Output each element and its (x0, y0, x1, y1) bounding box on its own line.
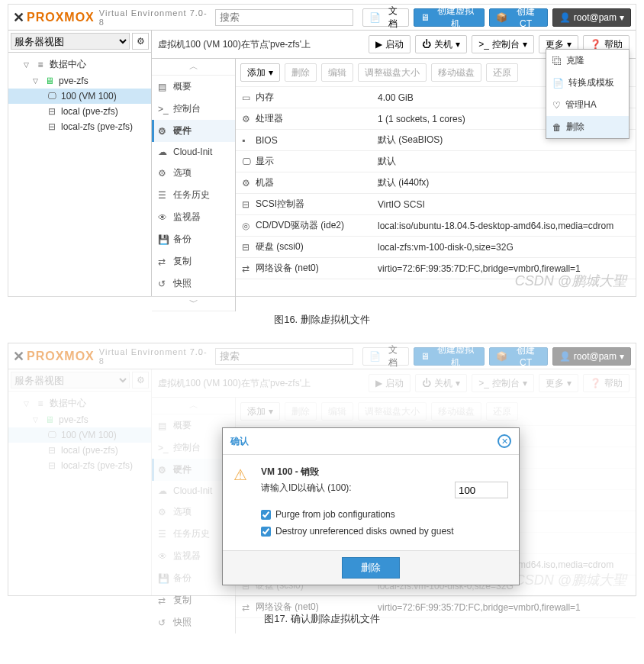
view-selector[interactable]: 服务器视图 (11, 33, 130, 50)
menu-delete[interactable]: 🗑删除 (546, 116, 629, 138)
delete-button[interactable]: 删除 (342, 557, 400, 579)
tab-snapshot[interactable]: ↺快照 (152, 611, 235, 633)
create-ct-button[interactable]: 📦创建CT (489, 347, 547, 366)
tab-summary[interactable]: ▤概要 (152, 76, 235, 98)
screenshot-2: ✕ PROXMOX Virtual Environment 7.0-8 📄文档 … (8, 343, 636, 596)
dialog-header: 确认 ✕ (223, 428, 519, 455)
tab-monitor[interactable]: 👁监视器 (152, 206, 235, 228)
hw-value: virtio=72:6F:99:35:7D:FC,bridge=vmbr0,fi… (378, 602, 630, 613)
resize-button[interactable]: 调整磁盘大小 (358, 63, 427, 82)
console-button[interactable]: >_控制台▾ (472, 35, 534, 53)
dialog-footer: 删除 (223, 550, 519, 585)
monitor-icon: 🖥 (420, 12, 430, 23)
tree-storage-local[interactable]: ⊟local (pve-zfs) (8, 104, 151, 119)
docs-button[interactable]: 📄文档 (362, 347, 409, 366)
tab-taskhistory[interactable]: ☰任务历史 (152, 184, 235, 206)
dialog-heading: VM 100 - 销毁 (261, 466, 508, 479)
cloud-icon: ☁ (158, 147, 169, 157)
sync-icon: ⇄ (158, 256, 169, 267)
purge-checkbox[interactable] (261, 510, 271, 520)
edit-button[interactable]: 编辑 (321, 63, 353, 82)
close-button[interactable]: ✕ (497, 434, 511, 448)
tab-hardware[interactable]: ⚙硬件 (152, 120, 235, 142)
logo: ✕ PROXMOX Virtual Environment 7.0-8 (13, 8, 211, 27)
tab-replication[interactable]: ⇄复制 (152, 250, 235, 272)
hw-row[interactable]: ◎CD/DVD驱动器 (ide2)local:iso/ubuntu-18.04.… (236, 215, 636, 237)
tree-node[interactable]: ▽🖥pve-zfs (8, 73, 151, 89)
hw-key: SCSI控制器 (256, 198, 378, 211)
hw-key: 内存 (256, 91, 378, 104)
hw-row[interactable]: ⚙机器默认 (i440fx) (236, 172, 636, 194)
chevron-down-icon: ▾ (523, 39, 527, 50)
heart-icon: ♡ (552, 100, 561, 111)
shutdown-button[interactable]: ⏻关机▾ (415, 35, 467, 53)
create-vm-button[interactable]: 🖥创建虚拟机 (414, 347, 485, 366)
hw-row[interactable]: ⇄网络设备 (net0)virtio=72:6F:99:35:7D:FC,bri… (236, 597, 636, 618)
user-icon: 👤 (559, 351, 571, 362)
storage-icon: ⊟ (47, 121, 57, 132)
move-button[interactable]: 移动磁盘 (431, 63, 481, 82)
collapse-icon: ▽ (24, 61, 31, 69)
list-icon: ☰ (158, 190, 169, 201)
hw-row[interactable]: 🖵显示默认 (236, 151, 636, 172)
search-input[interactable] (215, 9, 353, 26)
hw-icon: ⇄ (242, 263, 256, 274)
terminal-icon: >_ (478, 39, 489, 50)
hw-icon: ⇄ (242, 602, 256, 613)
logo-x-icon: ✕ (13, 348, 25, 365)
brand-text: PROXMOX (27, 11, 95, 24)
revert-button[interactable]: 还原 (486, 63, 518, 82)
watermark: CSDN @鹏城大聖 (515, 272, 626, 290)
resource-tree: ▽≡数据中心 ▽🖥pve-zfs 🖵100 (VM 100) ⊟local (p… (8, 53, 151, 137)
user-menu-button[interactable]: 👤root@pam▾ (552, 347, 631, 366)
docs-button[interactable]: 📄文档 (362, 8, 409, 27)
tree-datacenter[interactable]: ▽≡数据中心 (8, 56, 151, 73)
hw-icon: ▭ (242, 92, 256, 103)
menu-clone[interactable]: ⿻克隆 (546, 50, 629, 72)
tree-vm-100[interactable]: 🖵100 (VM 100) (8, 89, 151, 104)
tab-console[interactable]: >_控制台 (152, 98, 235, 120)
brand-text: PROXMOX (27, 350, 95, 363)
screenshot-1: ✕ PROXMOX Virtual Environment 7.0-8 📄文档 … (8, 4, 636, 297)
add-button[interactable]: 添加▾ (240, 63, 280, 82)
purge-row: Purge from job configurations (233, 506, 508, 523)
sync-icon: ⇄ (158, 595, 169, 606)
tab-options[interactable]: ⚙选项 (152, 162, 235, 184)
gear-icon: ⚙ (137, 36, 145, 47)
hw-key: 显示 (256, 155, 378, 168)
create-ct-button[interactable]: 📦创建CT (489, 8, 547, 27)
collapse-up-icon[interactable]: ︿ (152, 59, 235, 76)
tree-storage-localzfs[interactable]: ⊟local-zfs (pve-zfs) (8, 119, 151, 134)
main-area: 服务器视图 ⚙ ▽≡数据中心 ▽🖥pve-zfs 🖵100 (VM 100) ⊟… (8, 31, 636, 296)
destroy-checkbox[interactable] (261, 527, 271, 537)
hw-value: VirtIO SCSI (378, 199, 630, 210)
warning-icon: ⚠ (233, 466, 252, 484)
remove-button[interactable]: 删除 (285, 63, 317, 82)
tab-cloudinit[interactable]: ☁Cloud-Init (152, 142, 235, 162)
logo: ✕ PROXMOX Virtual Environment 7.0-8 (13, 347, 211, 366)
start-button[interactable]: ▶启动 (369, 35, 411, 53)
purge-label: Purge from job configurations (275, 509, 395, 520)
search-input[interactable] (215, 348, 353, 365)
hw-row[interactable]: ⊟SCSI控制器VirtIO SCSI (236, 194, 636, 215)
user-menu-button[interactable]: 👤root@pam▾ (552, 8, 631, 27)
hw-key: BIOS (256, 135, 378, 146)
left-panel: 服务器视图 ⚙ ▽≡数据中心 ▽🖥pve-zfs 🖵100 (VM 100) ⊟… (8, 31, 152, 296)
eye-icon: 👁 (158, 212, 169, 223)
create-vm-button[interactable]: 🖥创建虚拟机 (414, 8, 485, 27)
hw-icon: ⊟ (242, 199, 256, 210)
menu-template[interactable]: 📄转换成模板 (546, 72, 629, 94)
hw-row[interactable]: ⊟硬盘 (scsi0)local-zfs:vm-100-disk-0,size=… (236, 237, 636, 258)
vm-icon: 🖵 (47, 91, 57, 102)
confirm-dialog: 确认 ✕ ⚠ VM 100 - 销毁 请输入ID以确认 (100): Purge… (222, 427, 520, 585)
collapse-down-icon[interactable]: ﹀ (152, 295, 235, 311)
confirm-id-input[interactable] (455, 482, 508, 498)
tab-snapshot[interactable]: ↺快照 (152, 272, 235, 295)
tab-backup[interactable]: 💾备份 (152, 228, 235, 250)
hw-key: 网络设备 (net0) (256, 262, 378, 275)
settings-button[interactable]: ⚙ (132, 33, 149, 50)
hw-key: 处理器 (256, 112, 378, 125)
menu-ha[interactable]: ♡管理HA (546, 94, 629, 116)
top-bar: ✕ PROXMOX Virtual Environment 7.0-8 📄文档 … (8, 5, 636, 31)
save-icon: 💾 (158, 234, 169, 245)
